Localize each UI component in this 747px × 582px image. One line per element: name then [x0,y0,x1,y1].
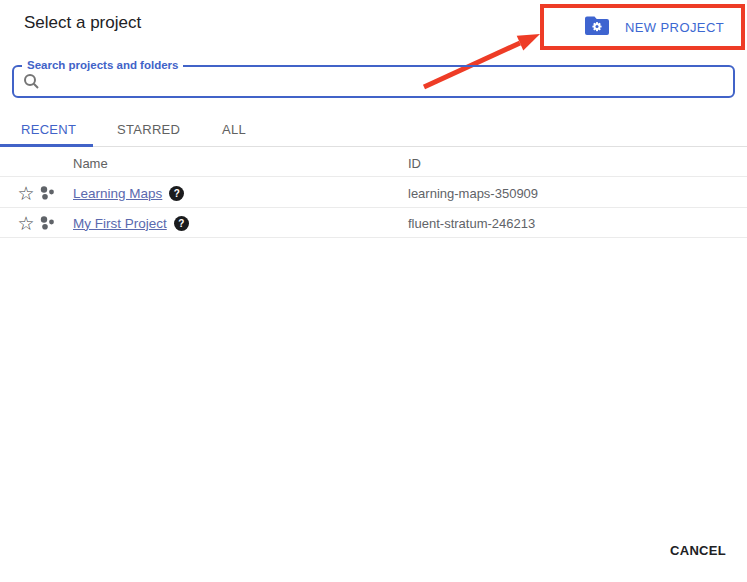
project-dots-icon [38,184,56,206]
search-icon [23,73,40,90]
table-row: ☆ My First Project ? fluent-stratum-2462… [0,208,747,238]
project-id: learning-maps-350909 [408,178,538,208]
tab-all[interactable]: ALL [222,122,246,137]
tab-recent[interactable]: RECENT [21,122,76,137]
search-field-label: Search projects and folders [22,59,183,72]
new-project-label: NEW PROJECT [625,20,724,35]
new-project-button[interactable]: NEW PROJECT [584,9,724,45]
table-header: Name ID [0,147,747,177]
help-icon[interactable]: ? [174,216,189,231]
cancel-button[interactable]: CANCEL [670,543,726,558]
star-icon[interactable]: ☆ [15,208,37,238]
project-dots-icon [38,214,56,236]
project-name-cell: Learning Maps ? [73,178,184,208]
project-link[interactable]: Learning Maps [73,186,162,201]
star-icon[interactable]: ☆ [15,178,37,208]
help-icon[interactable]: ? [169,186,184,201]
page-title: Select a project [24,13,141,33]
tab-starred[interactable]: STARRED [117,122,180,137]
column-header-name: Name [73,156,108,171]
project-id: fluent-stratum-246213 [408,208,535,238]
project-link[interactable]: My First Project [73,216,167,231]
column-header-id: ID [408,156,421,171]
table-row: ☆ Learning Maps ? learning-maps-350909 [0,178,747,208]
project-name-cell: My First Project ? [73,208,189,238]
select-project-dialog: Select a project NEW PROJECT [0,0,747,582]
folder-gear-icon [584,15,610,39]
